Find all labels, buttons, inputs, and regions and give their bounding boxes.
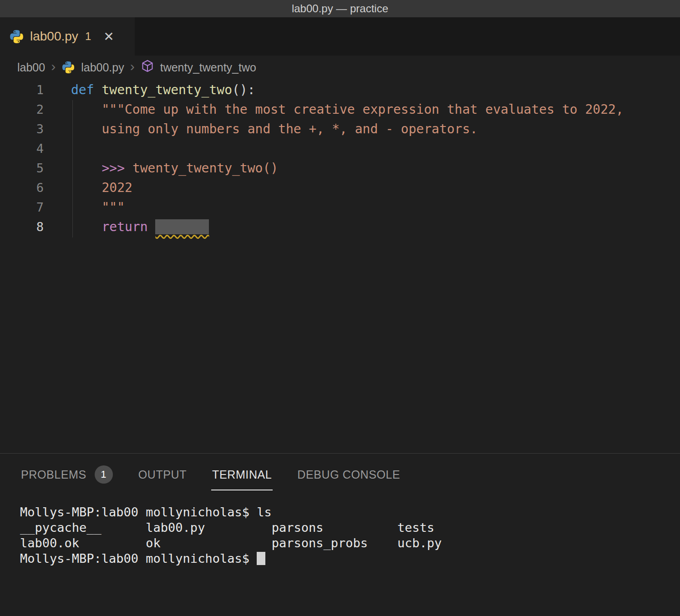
window-title: lab00.py — practice <box>292 2 388 15</box>
chevron-right-icon: › <box>130 59 135 74</box>
terminal-line: Mollys-MBP:lab00 mollynicholas$ ls <box>20 505 680 520</box>
breadcrumb: lab00 › lab00.py › twenty_twenty_two <box>0 56 680 79</box>
tab-problems-count: 1 <box>85 30 91 43</box>
terminal-line: __pycache__ lab00.py parsons tests <box>20 520 680 535</box>
editor-line[interactable]: 6 2022 <box>0 178 680 197</box>
code-line-content: """ <box>71 197 125 217</box>
close-tab-icon[interactable]: ✕ <box>103 29 114 44</box>
return-expression-placeholder[interactable]: XXXXXXX <box>155 219 209 234</box>
tab-lab00py[interactable]: lab00.py 1 ✕ <box>0 17 135 56</box>
code-line-content: return XXXXXXX <box>71 217 209 237</box>
code-line-content: using only numbers and the +, *, and - o… <box>71 119 477 139</box>
editor-line[interactable]: 8 return XXXXXXX <box>0 217 680 237</box>
bottom-panel: PROBLEMS1OUTPUTTERMINALDEBUG CONSOLE Mol… <box>0 453 680 616</box>
tab-filename: lab00.py <box>30 29 78 44</box>
python-icon <box>61 61 75 74</box>
terminal-line: lab00.ok ok parsons_probs ucb.py <box>20 535 680 551</box>
editor-line[interactable]: 2 """Come up with the most creative expr… <box>0 100 680 119</box>
breadcrumb-symbol[interactable]: twenty_twenty_two <box>160 61 256 74</box>
line-number: 5 <box>0 158 44 178</box>
editor-lines: 1def twenty_twenty_two():2 """Come up wi… <box>0 80 680 237</box>
editor-line[interactable]: 7 """ <box>0 197 680 217</box>
editor-tab-bar: lab00.py 1 ✕ <box>0 17 680 56</box>
line-number: 8 <box>0 217 44 237</box>
breadcrumb-file[interactable]: lab00.py <box>81 61 124 74</box>
panel-tab-label: TERMINAL <box>212 468 272 481</box>
code-line-content: 2022 <box>71 178 132 197</box>
symbol-function-icon <box>141 59 154 76</box>
code-line-content: def twenty_twenty_two(): <box>71 80 255 100</box>
code-editor[interactable]: 1def twenty_twenty_two():2 """Come up wi… <box>0 79 680 453</box>
line-number: 6 <box>0 178 44 197</box>
line-number: 3 <box>0 119 44 139</box>
panel-tab-label: DEBUG CONSOLE <box>297 468 400 481</box>
panel-tab-label: OUTPUT <box>138 468 187 481</box>
breadcrumb-folder[interactable]: lab00 <box>17 61 45 74</box>
vscode-window: lab00.py — practice lab00.py 1 ✕ lab00 ›… <box>0 0 680 616</box>
panel-tab-debug-console[interactable]: DEBUG CONSOLE <box>296 457 401 490</box>
indent-guide <box>72 100 73 237</box>
line-number: 4 <box>0 139 44 158</box>
terminal-line: Mollys-MBP:lab00 mollynicholas$ <box>20 551 680 566</box>
editor-line[interactable]: 1def twenty_twenty_two(): <box>0 80 680 100</box>
line-number: 2 <box>0 100 44 119</box>
terminal-content[interactable]: Mollys-MBP:lab00 mollynicholas$ ls__pyca… <box>0 494 680 566</box>
code-line-content: """Come up with the most creative expres… <box>71 100 624 119</box>
panel-tab-label: PROBLEMS <box>21 468 86 481</box>
code-line-content: >>> twenty_twenty_two() <box>71 158 278 178</box>
problems-count-badge: 1 <box>95 465 113 484</box>
line-number: 1 <box>0 80 44 100</box>
python-icon <box>9 29 24 44</box>
chevron-right-icon: › <box>51 59 56 74</box>
panel-tabs: PROBLEMS1OUTPUTTERMINALDEBUG CONSOLE <box>0 454 680 494</box>
terminal-cursor <box>257 552 265 565</box>
panel-tab-terminal[interactable]: TERMINAL <box>211 457 273 490</box>
panel-tab-output[interactable]: OUTPUT <box>137 457 188 490</box>
editor-line[interactable]: 3 using only numbers and the +, *, and -… <box>0 119 680 139</box>
panel-tab-problems[interactable]: PROBLEMS1 <box>20 454 114 493</box>
editor-line[interactable]: 5 >>> twenty_twenty_two() <box>0 158 680 178</box>
line-number: 7 <box>0 197 44 217</box>
title-bar: lab00.py — practice <box>0 0 680 17</box>
editor-line[interactable]: 4 <box>0 139 680 158</box>
